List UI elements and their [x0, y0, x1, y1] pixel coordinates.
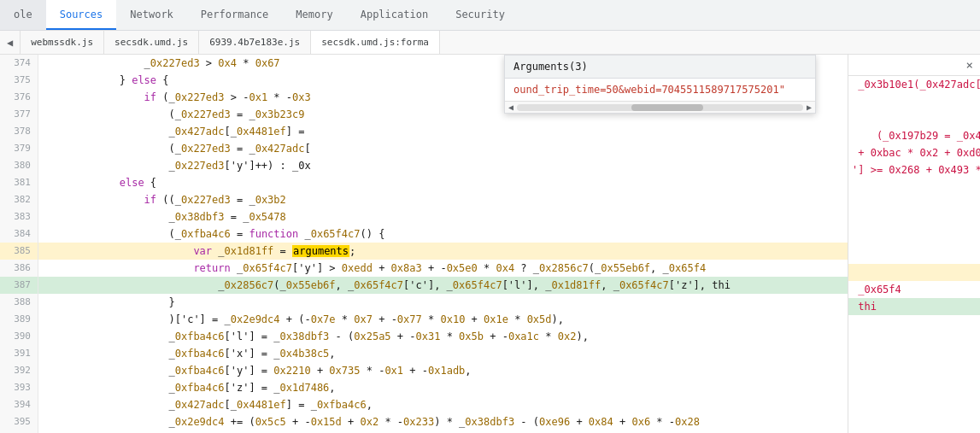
right-code-line	[848, 247, 980, 264]
tab-sources[interactable]: Sources	[46, 0, 117, 30]
popup-scroll-left[interactable]: ◀	[508, 102, 513, 112]
file-tabs-bar: ◀ webmssdk.js secsdk.umd.js 6939.4b7e183…	[0, 31, 980, 55]
tab-memory[interactable]: Memory	[282, 0, 346, 30]
right-code-lines: _0x3b10e1(_0x427adc[_0x (_0x197b29 = _0x…	[848, 76, 980, 315]
file-tab-secsdk-umd[interactable]: secsdk.umd.js	[104, 31, 199, 54]
tab-performance[interactable]: Performance	[187, 0, 282, 30]
right-code-line: thi	[848, 298, 980, 315]
code-line: 390 _0xfba4c6['l'] = _0x38dbf3 - (0x25a5…	[0, 328, 848, 345]
tab-security[interactable]: Security	[442, 0, 519, 30]
right-code-line: '] >= 0x268 + 0x493 * 0x	[848, 161, 980, 178]
code-line: 393 _0xfba4c6['z'] = _0x1d7486,	[0, 379, 848, 396]
popup-scroll-right[interactable]: ▶	[807, 102, 812, 112]
right-panel-close-bar: ×	[848, 55, 980, 76]
file-tab-webmssdk[interactable]: webmssdk.js	[21, 31, 104, 54]
tab-application[interactable]: Application	[347, 0, 442, 30]
right-code-line	[848, 264, 980, 281]
code-line: 395 _0x2e9dc4 += (0x5c5 + -0x15d + 0x2 *…	[0, 413, 848, 430]
right-code-line	[848, 93, 980, 110]
code-line: 381 else {	[0, 174, 848, 191]
code-line: 391 _0xfba4c6['x'] = _0x4b38c5,	[0, 345, 848, 362]
code-panel[interactable]: 374 _0x227ed3 > 0x4 * 0x67375 } else {37…	[0, 55, 848, 433]
code-line: 392 _0xfba4c6['y'] = 0x2210 + 0x735 * -0…	[0, 362, 848, 379]
file-tab-nav-icon[interactable]: ◀	[0, 31, 21, 54]
right-code-line	[848, 196, 980, 213]
code-line: 394 _0x427adc[_0x4481ef] = _0xfba4c6,	[0, 396, 848, 413]
right-code-line: _0x65f4	[848, 281, 980, 298]
file-tab-secsdk-forma[interactable]: secsdk.umd.js:forma	[311, 31, 440, 54]
popup-title: Arguments(3)	[505, 56, 815, 79]
code-line: 388 }	[0, 294, 848, 311]
right-code-line: + 0xbac * 0x2 + 0xd05 ?	[848, 144, 980, 161]
code-line: 387 _0x2856c7(_0x55eb6f, _0x65f4c7['c'],…	[0, 277, 848, 294]
code-line: 380 _0x227ed3['y']++) : _0x	[0, 157, 848, 174]
code-line: 389 )['c'] = _0x2e9dc4 + (-0x7e * 0x7 + …	[0, 311, 848, 328]
tab-bar: ole Sources Network Performance Memory A…	[0, 0, 980, 31]
code-line: 382 if ((_0x227ed3 = _0x3b2	[0, 191, 848, 208]
tab-network[interactable]: Network	[116, 0, 187, 30]
code-line: 379 (_0x227ed3 = _0x427adc[	[0, 140, 848, 157]
arguments-popup: Arguments(3) ound_trip_time=50&webid=704…	[504, 55, 816, 114]
right-code-line	[848, 178, 980, 196]
code-line: 386 return _0x65f4c7['y'] > 0xedd + 0x8a…	[0, 260, 848, 277]
code-line: 385 var _0x1d81ff = arguments;	[0, 243, 848, 260]
right-panel: × _0x3b10e1(_0x427adc[_0x (_0x197b29 = _…	[848, 55, 980, 433]
close-button[interactable]: ×	[963, 56, 977, 73]
file-tab-6939[interactable]: 6939.4b7e183e.js	[199, 31, 311, 54]
code-line: 383 _0x38dbf3 = _0x5478	[0, 208, 848, 225]
tab-console[interactable]: ole	[0, 0, 46, 30]
code-line: 384 (_0xfba4c6 = function _0x65f4c7() {	[0, 225, 848, 243]
right-code-line	[848, 213, 980, 230]
right-code-line: _0x3b10e1(_0x427adc[_0x	[848, 76, 980, 93]
right-code-line	[848, 110, 980, 127]
code-line: 378 _0x427adc[_0x4481ef] =	[0, 123, 848, 140]
main-area: 374 _0x227ed3 > 0x4 * 0x67375 } else {37…	[0, 55, 980, 433]
popup-content: ound_trip_time=50&webid=7045511589717575…	[505, 79, 815, 101]
right-code-line	[848, 230, 980, 247]
right-code-line: (_0x197b29 = _0x427adc	[848, 127, 980, 144]
